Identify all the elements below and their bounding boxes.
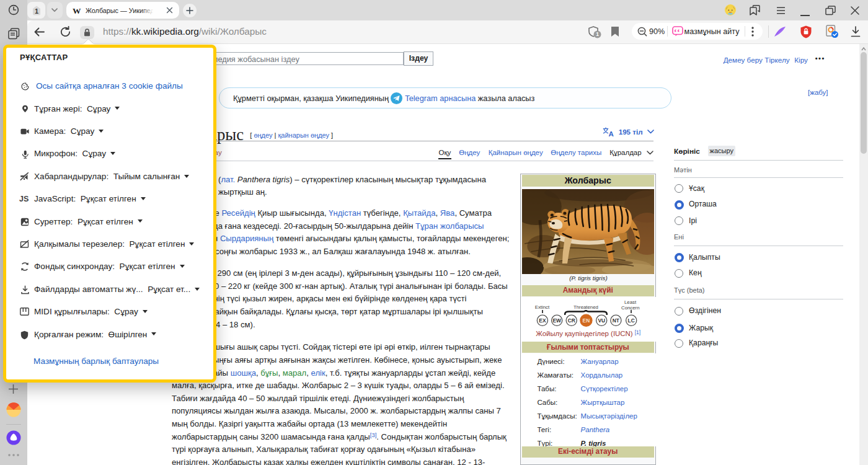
svg-text:VU: VU <box>598 317 605 324</box>
svg-text:A: A <box>608 130 613 136</box>
svg-text:EN: EN <box>583 317 590 324</box>
svg-text:EX: EX <box>539 317 546 324</box>
svg-text:CR: CR <box>568 317 575 324</box>
svg-text:LC: LC <box>628 317 635 324</box>
svg-text:1: 1 <box>34 7 38 14</box>
svg-text:EW: EW <box>552 317 561 324</box>
svg-text:1: 1 <box>596 31 599 37</box>
svg-text:NT: NT <box>613 317 620 324</box>
